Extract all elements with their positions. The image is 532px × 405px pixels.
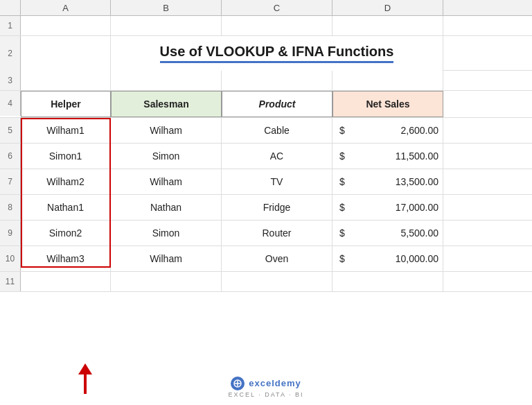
row-num-8: 8 — [0, 195, 21, 220]
cell-5d: $2,600.00 — [332, 118, 443, 143]
bottom-area: exceldemy EXCEL · DATA · BI — [0, 363, 532, 405]
spreadsheet-title: Use of VLOOKUP & IFNA Functions — [160, 44, 394, 63]
row-num-7: 7 — [0, 169, 21, 194]
cell-7d: $13,500.00 — [332, 169, 443, 194]
row-11: 11 — [0, 272, 532, 292]
header-netsales: Net Sales — [332, 91, 443, 117]
cell-3c — [222, 71, 332, 90]
cell-8a: Nathan1 — [21, 195, 111, 220]
logo-svg — [233, 379, 242, 388]
arrow-shaft — [84, 374, 87, 394]
cell-8c: Fridge — [222, 195, 332, 220]
row-num-5: 5 — [0, 118, 21, 143]
cell-1a — [21, 16, 111, 35]
cell-11b — [111, 272, 222, 291]
row-num-1: 1 — [0, 16, 21, 35]
cell-7a: Wilham2 — [21, 169, 111, 194]
table-row: 8 Nathan1 Nathan Fridge $17,000.00 — [0, 195, 532, 221]
cell-11d — [332, 272, 443, 291]
row-2: 2 Use of VLOOKUP & IFNA Functions — [0, 36, 532, 71]
table-row: 7 Wilham2 Wilham TV $13,500.00 — [0, 169, 532, 195]
cell-5c: Cable — [222, 118, 332, 143]
row-num-4: 4 — [0, 91, 21, 116]
arrow-up-indicator — [78, 363, 92, 394]
cell-6d: $11,500.00 — [332, 144, 443, 169]
row-num-11: 11 — [0, 272, 21, 291]
col-header-d: D — [332, 0, 443, 15]
cell-6b: Simon — [111, 144, 222, 169]
cell-11a — [21, 272, 111, 291]
cell-11c — [222, 272, 332, 291]
row-num-2: 2 — [0, 36, 21, 71]
cell-10c: Oven — [222, 246, 332, 271]
col-header-b: B — [111, 0, 222, 15]
cell-5a: Wilham1 — [21, 118, 111, 143]
cell-10b: Wilham — [111, 246, 222, 271]
watermark-icon — [231, 377, 245, 390]
cell-10d: $10,000.00 — [332, 246, 443, 271]
cell-9d: $5,500.00 — [332, 221, 443, 245]
row-num-6: 6 — [0, 144, 21, 169]
cell-2a — [21, 36, 111, 71]
cell-9a: Simon2 — [21, 221, 111, 245]
watermark-brand: exceldemy — [249, 378, 301, 388]
cell-3b — [111, 71, 222, 90]
cell-7b: Wilham — [111, 169, 222, 194]
table-row: 6 Simon1 Simon AC $11,500.00 — [0, 144, 532, 169]
arrow-head — [78, 363, 92, 374]
cell-10a: Wilham3 — [21, 246, 111, 271]
cell-8b: Nathan — [111, 195, 222, 220]
row-3: 3 — [0, 71, 532, 91]
cell-7c: TV — [222, 169, 332, 194]
cell-5b: Wilham — [111, 118, 222, 143]
row-num-3: 3 — [0, 71, 21, 90]
spreadsheet: A B C D 1 2 Use of VLOOKUP & IFNA Functi… — [0, 0, 532, 405]
title-cell: Use of VLOOKUP & IFNA Functions — [111, 36, 443, 71]
header-salesman: Salesman — [111, 91, 222, 117]
row-num-10: 10 — [0, 246, 21, 271]
cell-6c: AC — [222, 144, 332, 169]
cell-1b — [111, 16, 222, 35]
cell-9c: Router — [222, 221, 332, 245]
header-helper: Helper — [21, 91, 111, 117]
col-header-a: A — [21, 0, 111, 15]
cell-1c — [222, 16, 332, 35]
cell-8d: $17,000.00 — [332, 195, 443, 220]
row-num-9: 9 — [0, 221, 21, 245]
corner-cell — [0, 0, 21, 15]
table-row: 5 Wilham1 Wilham Cable $2,600.00 — [0, 118, 532, 144]
column-headers: A B C D — [0, 0, 532, 16]
row-4-header: 4 Helper Salesman Product Net Sales — [0, 91, 532, 118]
cell-1d — [332, 16, 443, 35]
watermark: exceldemy EXCEL · DATA · BI — [229, 377, 304, 398]
watermark-logo: exceldemy — [231, 377, 301, 390]
watermark-subtitle: EXCEL · DATA · BI — [229, 391, 304, 398]
cell-6a: Simon1 — [21, 144, 111, 169]
col-header-c: C — [222, 0, 332, 15]
sheet-body: 1 2 Use of VLOOKUP & IFNA Functions 3 4 … — [0, 16, 532, 363]
cell-3a — [21, 71, 111, 90]
row-1: 1 — [0, 16, 532, 36]
table-row: 10 Wilham3 Wilham Oven $10,000.00 — [0, 246, 532, 272]
cell-9b: Simon — [111, 221, 222, 245]
table-row: 9 Simon2 Simon Router $5,500.00 — [0, 221, 532, 246]
data-rows-wrapper: 5 Wilham1 Wilham Cable $2,600.00 6 Simon… — [0, 118, 532, 272]
cell-3d — [332, 71, 443, 90]
header-product: Product — [222, 91, 332, 117]
